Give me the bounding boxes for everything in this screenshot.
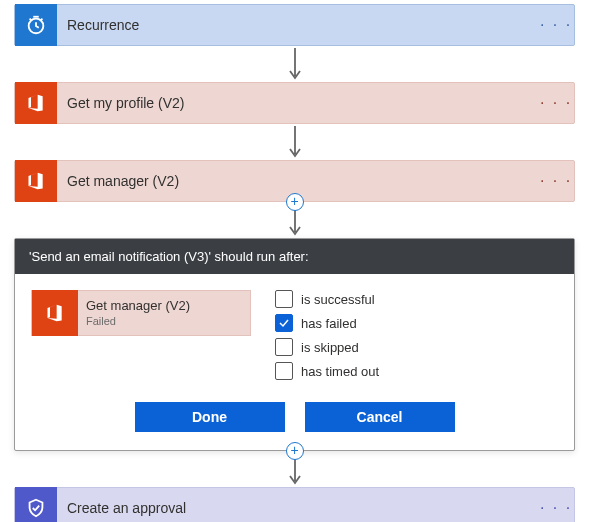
dependency-status: Failed xyxy=(86,315,190,328)
office-icon xyxy=(15,160,57,202)
clock-icon xyxy=(15,4,57,46)
done-button[interactable]: Done xyxy=(135,402,285,432)
add-step-button[interactable]: + xyxy=(286,193,304,211)
more-icon[interactable]: · · · xyxy=(538,172,574,190)
add-step-button[interactable]: + xyxy=(286,442,304,460)
checkbox[interactable] xyxy=(275,290,293,308)
step-title: Create an approval xyxy=(57,500,538,516)
condition-has-timed-out[interactable]: has timed out xyxy=(275,362,558,380)
step-create-approval[interactable]: Create an approval · · · xyxy=(14,487,575,522)
connector xyxy=(14,124,575,160)
checkbox[interactable] xyxy=(275,362,293,380)
condition-label: has failed xyxy=(301,316,357,331)
condition-label: is successful xyxy=(301,292,375,307)
checkbox[interactable] xyxy=(275,338,293,356)
step-title: Get my profile (V2) xyxy=(57,95,538,111)
more-icon[interactable]: · · · xyxy=(538,499,574,517)
connector xyxy=(14,46,575,82)
step-title: Get manager (V2) xyxy=(57,173,538,189)
condition-label: has timed out xyxy=(301,364,379,379)
condition-is-skipped[interactable]: is skipped xyxy=(275,338,558,356)
office-icon xyxy=(32,290,78,336)
office-icon xyxy=(15,82,57,124)
step-title: Recurrence xyxy=(57,17,538,33)
cancel-button[interactable]: Cancel xyxy=(305,402,455,432)
dependency-title: Get manager (V2) xyxy=(86,299,190,314)
condition-label: is skipped xyxy=(301,340,359,355)
more-icon[interactable]: · · · xyxy=(538,94,574,112)
condition-is-successful[interactable]: is successful xyxy=(275,290,558,308)
condition-has-failed[interactable]: has failed xyxy=(275,314,558,332)
dependency-card[interactable]: Get manager (V2) Failed xyxy=(31,290,251,336)
checkbox[interactable] xyxy=(275,314,293,332)
more-icon[interactable]: · · · xyxy=(538,16,574,34)
connector: + xyxy=(14,202,575,238)
approval-icon xyxy=(15,487,57,522)
condition-list: is successful has failed is skipped has … xyxy=(275,290,558,386)
run-after-panel: 'Send an email notification (V3)' should… xyxy=(14,238,575,451)
step-recurrence[interactable]: Recurrence · · · xyxy=(14,4,575,46)
connector: + xyxy=(14,451,575,487)
step-get-my-profile[interactable]: Get my profile (V2) · · · xyxy=(14,82,575,124)
panel-header: 'Send an email notification (V3)' should… xyxy=(15,239,574,274)
